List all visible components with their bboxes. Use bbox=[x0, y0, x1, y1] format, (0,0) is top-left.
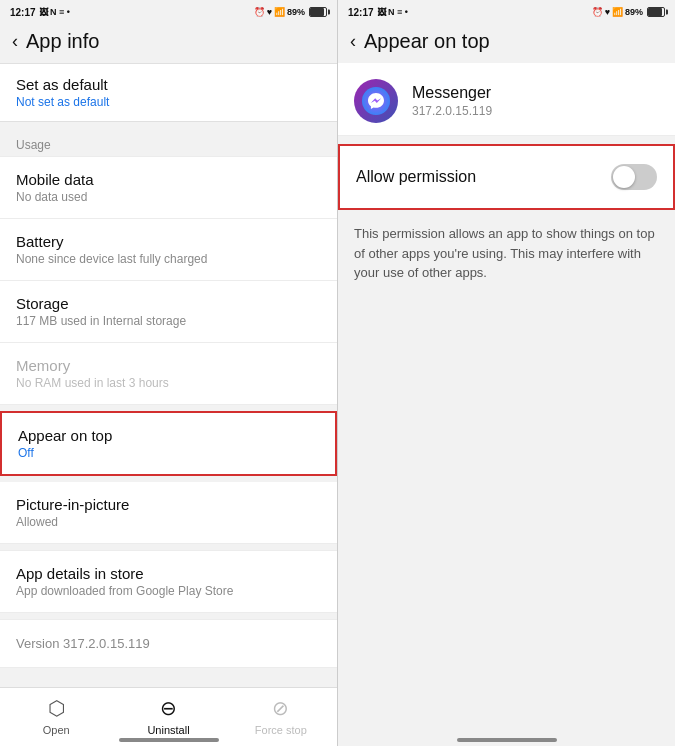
status-bar-left: 12:17 🖼 N ≡ • ⏰ ♥ 📶 89% bbox=[0, 0, 337, 22]
app-details-item[interactable]: App details in store App downloaded from… bbox=[0, 550, 337, 613]
battery-subtitle: None since device last fully charged bbox=[16, 252, 321, 266]
app-icon bbox=[354, 79, 398, 123]
notification-icons-left: 🖼 N ≡ • bbox=[39, 7, 70, 17]
app-text-info: Messenger 317.2.0.15.119 bbox=[412, 84, 492, 118]
messenger-icon-svg bbox=[362, 87, 390, 115]
back-button-left[interactable]: ‹ bbox=[12, 31, 18, 52]
open-label: Open bbox=[43, 724, 70, 736]
memory-item: Memory No RAM used in last 3 hours bbox=[0, 343, 337, 405]
time-left: 12:17 bbox=[10, 7, 36, 18]
left-header: ‹ App info bbox=[0, 22, 337, 63]
alarm-icon-right: ⏰ bbox=[592, 7, 603, 17]
allow-permission-toggle[interactable] bbox=[611, 164, 657, 190]
app-name: Messenger bbox=[412, 84, 492, 102]
left-content: Set as default Not set as default Usage … bbox=[0, 63, 337, 687]
pip-title: Picture-in-picture bbox=[16, 496, 321, 513]
storage-title: Storage bbox=[16, 295, 321, 312]
allow-permission-row[interactable]: Allow permission bbox=[338, 144, 675, 210]
uninstall-icon: ⊖ bbox=[160, 696, 177, 720]
home-indicator-left bbox=[119, 738, 219, 742]
time-right: 12:17 bbox=[348, 7, 374, 18]
right-content: Messenger 317.2.0.15.119 Allow permissio… bbox=[338, 63, 675, 746]
battery-item[interactable]: Battery None since device last fully cha… bbox=[0, 219, 337, 281]
left-header-title: App info bbox=[26, 30, 99, 53]
battery-title: Battery bbox=[16, 233, 321, 250]
nav-uninstall[interactable]: ⊖ Uninstall bbox=[112, 696, 224, 736]
alarm-icon: ⏰ bbox=[254, 7, 265, 17]
usage-items-group: Mobile data No data used Battery None si… bbox=[0, 156, 337, 405]
force-stop-label: Force stop bbox=[255, 724, 307, 736]
mobile-data-subtitle: No data used bbox=[16, 190, 321, 204]
nav-force-stop: ⊘ Force stop bbox=[225, 696, 337, 736]
status-time-left: 12:17 🖼 N ≡ • bbox=[10, 7, 70, 18]
set-as-default-section[interactable]: Set as default Not set as default bbox=[0, 63, 337, 122]
storage-item[interactable]: Storage 117 MB used in Internal storage bbox=[0, 281, 337, 343]
battery-icon-right bbox=[647, 7, 665, 17]
notification-icons-right: 🖼 N ≡ • bbox=[377, 7, 408, 17]
mobile-data-title: Mobile data bbox=[16, 171, 321, 188]
pip-item[interactable]: Picture-in-picture Allowed bbox=[0, 482, 337, 544]
appear-on-top-subtitle: Off bbox=[18, 446, 319, 460]
back-button-right[interactable]: ‹ bbox=[350, 31, 356, 52]
battery-icon-left bbox=[309, 7, 327, 17]
location-icon: ♥ bbox=[267, 7, 272, 17]
appear-on-top-item[interactable]: Appear on top Off bbox=[0, 411, 337, 476]
usage-label: Usage bbox=[0, 128, 337, 156]
location-icon-right: ♥ bbox=[605, 7, 610, 17]
battery-fill-left bbox=[310, 8, 324, 16]
signal-icon-right: 📶 bbox=[612, 7, 623, 17]
pip-subtitle: Allowed bbox=[16, 515, 321, 529]
permission-description: This permission allows an app to show th… bbox=[338, 210, 675, 297]
status-bar-right: 12:17 🖼 N ≡ • ⏰ ♥ 📶 89% bbox=[338, 0, 675, 22]
status-icons-left: ⏰ ♥ 📶 89% bbox=[254, 7, 327, 17]
right-screen: 12:17 🖼 N ≡ • ⏰ ♥ 📶 89% ‹ Appear on top bbox=[337, 0, 675, 746]
battery-text-left: 89% bbox=[287, 7, 305, 17]
battery-text-right: 89% bbox=[625, 7, 643, 17]
memory-title: Memory bbox=[16, 357, 321, 374]
app-details-subtitle: App downloaded from Google Play Store bbox=[16, 584, 321, 598]
app-details-title: App details in store bbox=[16, 565, 321, 582]
home-indicator-right bbox=[457, 738, 557, 742]
app-version: 317.2.0.15.119 bbox=[412, 104, 492, 118]
set-as-default-title: Set as default bbox=[16, 76, 321, 93]
right-header: ‹ Appear on top bbox=[338, 22, 675, 63]
battery-fill-right bbox=[648, 8, 662, 16]
memory-subtitle: No RAM used in last 3 hours bbox=[16, 376, 321, 390]
version-text: Version 317.2.0.15.119 bbox=[0, 619, 337, 668]
svg-point-0 bbox=[362, 87, 390, 115]
appear-on-top-title: Appear on top bbox=[18, 427, 319, 444]
right-header-title: Appear on top bbox=[364, 30, 490, 53]
open-icon: ⬡ bbox=[48, 696, 65, 720]
app-info-row: Messenger 317.2.0.15.119 bbox=[338, 63, 675, 136]
allow-permission-label: Allow permission bbox=[356, 168, 476, 186]
uninstall-label: Uninstall bbox=[147, 724, 189, 736]
left-screen: 12:17 🖼 N ≡ • ⏰ ♥ 📶 89% ‹ App info Set a… bbox=[0, 0, 337, 746]
signal-icon: 📶 bbox=[274, 7, 285, 17]
status-icons-right: ⏰ ♥ 📶 89% bbox=[592, 7, 665, 17]
storage-subtitle: 117 MB used in Internal storage bbox=[16, 314, 321, 328]
nav-open[interactable]: ⬡ Open bbox=[0, 696, 112, 736]
set-as-default-subtitle: Not set as default bbox=[16, 95, 321, 109]
force-stop-icon: ⊘ bbox=[272, 696, 289, 720]
status-time-right: 12:17 🖼 N ≡ • bbox=[348, 7, 408, 18]
mobile-data-item[interactable]: Mobile data No data used bbox=[0, 156, 337, 219]
